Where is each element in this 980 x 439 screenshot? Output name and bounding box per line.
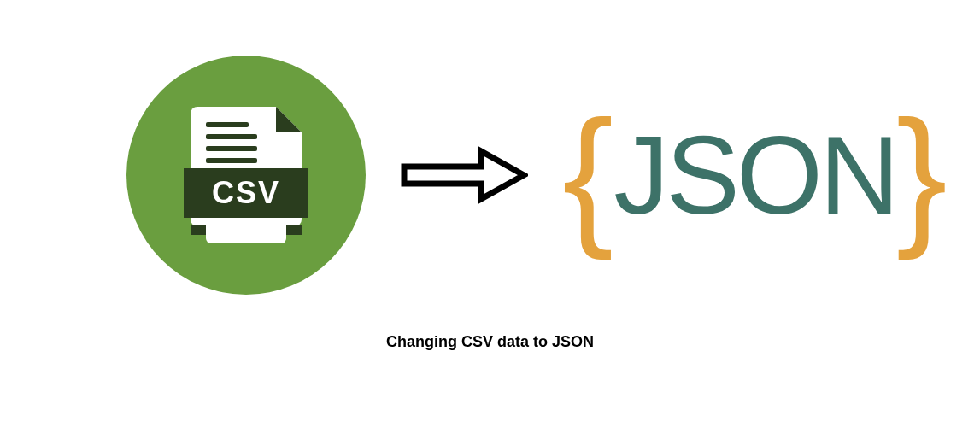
file-line (206, 122, 249, 127)
file-line (206, 146, 257, 151)
brace-open: { (562, 98, 613, 252)
file-tab-bottom (206, 225, 286, 243)
file-corner-fold (276, 107, 302, 132)
file-line (206, 158, 257, 163)
file-content-lines (206, 122, 257, 170)
csv-badge: CSV (126, 56, 366, 295)
file-line (206, 134, 257, 139)
brace-close: } (896, 98, 948, 252)
json-text: JSON (613, 120, 896, 231)
csv-label-band: CSV (184, 168, 308, 218)
json-logo: { JSON } (562, 98, 948, 252)
csv-file-icon: CSV (191, 107, 302, 243)
csv-label-text: CSV (212, 175, 280, 211)
arrow-icon (400, 141, 528, 209)
diagram-container: CSV { JSON } (0, 0, 980, 295)
caption: Changing CSV data to JSON (0, 333, 980, 351)
